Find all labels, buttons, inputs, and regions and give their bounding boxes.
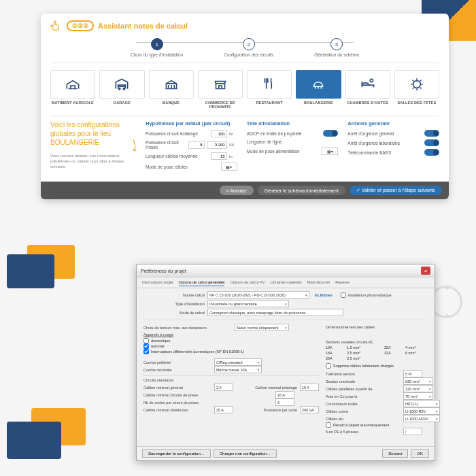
cancel-button[interactable]: × Annuler: [220, 186, 254, 195]
step-3[interactable]: 3Génération du schéma: [314, 38, 359, 57]
svg-point-2: [370, 79, 373, 82]
wizard-badge: ①②③: [67, 20, 94, 31]
armoire-title: Armoire générale: [347, 120, 439, 126]
smax-select[interactable]: 630 mm²: [403, 377, 433, 385]
size-select-2[interactable]: 2.5 mm²: [347, 356, 370, 360]
cuivre-select[interactable]: U-1000 R2V: [403, 407, 440, 415]
pe-input[interactable]: /: [403, 428, 422, 435]
tile-restaurant[interactable]: RESTAURANT: [247, 70, 292, 109]
pref-tab-1[interactable]: Options de calcul générales: [179, 279, 225, 286]
smax-label: Section maximale: [326, 379, 401, 384]
generate-button[interactable]: Générer le schéma immédiatement: [258, 186, 345, 195]
c5-input[interactable]: 25 A: [214, 406, 233, 413]
tile-boulangerie[interactable]: BOULANGERIE: [296, 70, 341, 109]
chute-label: Chute de tension max. aux récepteurs: [143, 326, 232, 330]
c2-label: Calibre minimal éclairage: [236, 386, 297, 390]
cuivre-label: Câbles cuivre: [326, 409, 401, 413]
decoration-mid: [7, 245, 88, 299]
next-step-button[interactable]: ✓ Valider et passer à l'étape suivante: [350, 186, 442, 195]
c3-input[interactable]: 16 A: [275, 391, 294, 398]
pref-tab-5[interactable]: Repères: [335, 279, 350, 286]
pointer-hand-icon: [49, 19, 63, 33]
tile-garage[interactable]: GARAGE: [99, 70, 144, 109]
hyp-input-0[interactable]: [211, 130, 227, 137]
c6-input[interactable]: 200 VA: [300, 406, 319, 413]
size-label-2: 20A: [326, 356, 344, 360]
svg-point-1: [124, 88, 125, 89]
courbe-pref-select[interactable]: C/Reg.standard: [214, 358, 262, 366]
tile-batiment-agricole[interactable]: BATIMENT AGRICOLE: [50, 70, 95, 109]
dialog-titlebar: Préférences du projet ×: [137, 265, 435, 277]
step-2[interactable]: 2Configuration des circuits: [224, 38, 273, 57]
c4-label: Nb de socles par circuit de prises: [143, 401, 273, 405]
hyp-select-3[interactable]: ▦▾: [221, 163, 237, 171]
arm-field-1: Arrêt d'urgence laboratoire: [347, 139, 439, 146]
svg-point-0: [119, 88, 120, 89]
dialog-footer: Sauvegarder la configuration… Charger un…: [137, 446, 435, 460]
type-select[interactable]: Industrielle ou grand tertiaire: [207, 300, 289, 307]
ok-button[interactable]: OK: [411, 449, 429, 458]
cond-select[interactable]: H071-U: [403, 400, 440, 407]
ame-label: Ame en Cu jusqu'à: [326, 394, 401, 398]
size-select-4[interactable]: 6 mm²: [405, 351, 428, 355]
tete-select-2[interactable]: ▦▾: [322, 147, 338, 155]
cabpar-select[interactable]: 120 mm²: [403, 385, 433, 392]
tile-chambres[interactable]: CHAMBRES D'HOTES: [345, 70, 390, 109]
save-config-button[interactable]: Sauvegarder la configuration…: [142, 449, 211, 458]
courbe-min-label: Courbe minimale: [143, 368, 211, 372]
tol-input[interactable]: 5 %: [403, 370, 422, 377]
size-label-0: 10A: [326, 345, 344, 350]
hyp-field-3: Mode de pose câbles▦▾: [146, 163, 237, 171]
dialog-title: Préférences du projet: [141, 269, 186, 273]
config-summary: Voici les configurations globales pour l…: [50, 120, 125, 173]
step-1[interactable]: 1Choix du type d'installation: [131, 38, 183, 57]
size-select-1[interactable]: 2.5 mm²: [347, 351, 370, 355]
app-autorise-checkbox[interactable]: autorisé: [143, 343, 319, 349]
tete-field-1: Longueur de ligne: [247, 139, 339, 144]
pref-tab-2[interactable]: Options de calcul PV: [230, 279, 265, 286]
arm-toggle-1[interactable]: [424, 139, 439, 146]
pref-tab-4[interactable]: Manufacturier: [307, 279, 330, 286]
pref-tab-3[interactable]: Librairies matériels: [271, 279, 302, 286]
size-label-4: 32A: [384, 351, 403, 355]
arm-field-2: Télécommande BAES: [347, 149, 439, 156]
pv-checkbox[interactable]: Installation photovoltaïque: [341, 292, 402, 298]
size-select-3[interactable]: 4 mm²: [405, 345, 428, 350]
c1-input[interactable]: 2 A: [214, 384, 233, 391]
wizard-panel: ①②③ Assistant notes de calcul 1Choix du …: [41, 14, 449, 199]
pref-tab-0[interactable]: Informations projet: [142, 279, 173, 286]
close-icon[interactable]: ×: [421, 267, 430, 275]
arm-toggle-0[interactable]: [424, 130, 439, 137]
mode-value: Conception classique, avec masquage bila…: [207, 309, 343, 316]
sections-grid: 10A1.5 mm²25A4 mm²16A2.5 mm²32A6 mm²20A2…: [326, 345, 440, 360]
courbe-min-select[interactable]: Marine classe 10A: [214, 366, 262, 373]
recalc-checkbox[interactable]: Recalcul départ automatiquement: [326, 422, 440, 428]
hyp-input-1b[interactable]: [207, 141, 227, 149]
c2-input[interactable]: 10 A: [300, 384, 319, 391]
size-label-3: 25A: [384, 345, 403, 350]
chute-select[interactable]: Selon norme uniquement: [235, 324, 289, 331]
tile-salles-fetes[interactable]: SALLES DES FETES: [394, 70, 439, 109]
c3-label: Calibre minimal circuits de prises: [143, 393, 273, 397]
app-diff-checkbox[interactable]: Interrupteurs différentiels domestiques …: [143, 349, 319, 354]
c4-input[interactable]: 6: [275, 398, 294, 406]
size-label-1: 16A: [326, 351, 344, 355]
hyp-input-2[interactable]: [211, 152, 227, 160]
suppress-checkbox[interactable]: Supprime câbles faiblement chargés: [326, 363, 440, 369]
cabpar-label: Câbles parallèles à partir de: [326, 387, 401, 391]
arm-toggle-2[interactable]: [424, 149, 439, 156]
hyp-input-1[interactable]: [188, 141, 205, 149]
tile-banque[interactable]: BANQUE: [149, 70, 194, 109]
hyp-field-1: Puissance circuit PrisesVA: [146, 140, 237, 150]
load-config-button[interactable]: Charger une configuration…: [214, 449, 277, 458]
wizard-title: Assistant notes de calcul: [98, 22, 188, 30]
size-select-0[interactable]: 1.5 mm²: [347, 345, 370, 350]
tile-commerce[interactable]: COMMERCE DE PROXIMITE: [198, 70, 243, 109]
ame-select[interactable]: 70 mm²: [403, 392, 433, 400]
arrow-icon: [132, 120, 139, 173]
app-domestique-checkbox[interactable]: domestique: [143, 338, 319, 343]
alu-select[interactable]: U-1000 AR2V: [403, 415, 440, 422]
next-button[interactable]: Suivant: [382, 449, 408, 458]
tete-toggle-0[interactable]: [323, 130, 338, 137]
norme-select[interactable]: NF C 15-100 (2020-2021 - FD-C15-500 2020…: [207, 291, 309, 299]
